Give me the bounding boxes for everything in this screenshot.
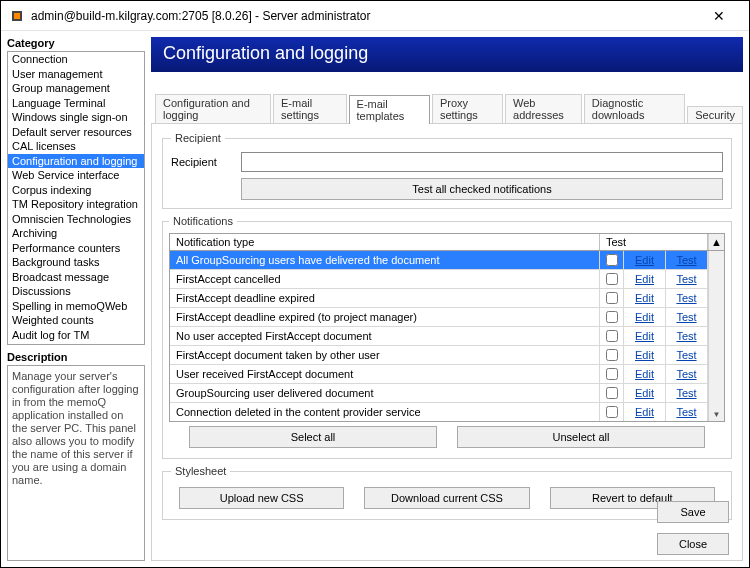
test-link[interactable]: Test bbox=[676, 311, 696, 323]
tab[interactable]: E-mail templates bbox=[349, 95, 430, 124]
notification-checkbox[interactable] bbox=[606, 368, 618, 380]
notification-row[interactable]: No user accepted FirstAccept documentEdi… bbox=[170, 327, 708, 346]
category-item[interactable]: Corpus indexing bbox=[8, 183, 144, 198]
tab[interactable]: Web addresses bbox=[505, 94, 582, 123]
notification-edit-cell[interactable]: Edit bbox=[624, 384, 666, 402]
download-css-button[interactable]: Download current CSS bbox=[364, 487, 529, 509]
notification-edit-cell[interactable]: Edit bbox=[624, 289, 666, 307]
notification-checkbox[interactable] bbox=[606, 387, 618, 399]
select-all-button[interactable]: Select all bbox=[189, 426, 437, 448]
close-button[interactable]: Close bbox=[657, 533, 729, 555]
notification-checkbox-cell[interactable] bbox=[600, 403, 624, 421]
test-link[interactable]: Test bbox=[676, 273, 696, 285]
notification-test-cell[interactable]: Test bbox=[666, 403, 708, 421]
notification-checkbox[interactable] bbox=[606, 311, 618, 323]
notification-checkbox-cell[interactable] bbox=[600, 346, 624, 364]
notification-row[interactable]: GroupSourcing user delivered documentEdi… bbox=[170, 384, 708, 403]
notification-checkbox[interactable] bbox=[606, 292, 618, 304]
edit-link[interactable]: Edit bbox=[635, 330, 654, 342]
tab[interactable]: Proxy settings bbox=[432, 94, 503, 123]
notification-checkbox-cell[interactable] bbox=[600, 289, 624, 307]
category-item[interactable]: Language Terminal bbox=[8, 96, 144, 111]
category-item[interactable]: Weighted counts bbox=[8, 313, 144, 328]
notification-test-cell[interactable]: Test bbox=[666, 251, 708, 269]
edit-link[interactable]: Edit bbox=[635, 368, 654, 380]
notification-row[interactable]: FirstAccept deadline expiredEditTest bbox=[170, 289, 708, 308]
notification-checkbox[interactable] bbox=[606, 254, 618, 266]
notification-checkbox-cell[interactable] bbox=[600, 308, 624, 326]
notification-checkbox[interactable] bbox=[606, 273, 618, 285]
notification-row[interactable]: Connection deleted in the content provid… bbox=[170, 403, 708, 421]
upload-css-button[interactable]: Upload new CSS bbox=[179, 487, 344, 509]
category-item[interactable]: Broadcast message bbox=[8, 270, 144, 285]
notification-test-cell[interactable]: Test bbox=[666, 270, 708, 288]
tab[interactable]: Diagnostic downloads bbox=[584, 94, 685, 123]
scroll-up-icon[interactable]: ▲ bbox=[708, 234, 724, 250]
test-link[interactable]: Test bbox=[676, 254, 696, 266]
notification-checkbox[interactable] bbox=[606, 330, 618, 342]
test-link[interactable]: Test bbox=[676, 387, 696, 399]
notification-test-cell[interactable]: Test bbox=[666, 289, 708, 307]
notifications-scrollbar[interactable]: ▼ bbox=[708, 251, 724, 421]
notification-edit-cell[interactable]: Edit bbox=[624, 346, 666, 364]
scroll-down-icon[interactable]: ▼ bbox=[713, 410, 721, 419]
notification-row[interactable]: FirstAccept cancelledEditTest bbox=[170, 270, 708, 289]
category-item[interactable]: Audit log for TM bbox=[8, 328, 144, 343]
notification-edit-cell[interactable]: Edit bbox=[624, 308, 666, 326]
notification-test-cell[interactable]: Test bbox=[666, 327, 708, 345]
notification-test-cell[interactable]: Test bbox=[666, 308, 708, 326]
category-item[interactable]: Omniscien Technologies bbox=[8, 212, 144, 227]
notification-edit-cell[interactable]: Edit bbox=[624, 251, 666, 269]
category-item[interactable]: Group management bbox=[8, 81, 144, 96]
category-item[interactable]: Default server resources bbox=[8, 125, 144, 140]
category-item[interactable]: Spelling in memoQWeb bbox=[8, 299, 144, 314]
notification-edit-cell[interactable]: Edit bbox=[624, 403, 666, 421]
notification-checkbox-cell[interactable] bbox=[600, 365, 624, 383]
notification-test-cell[interactable]: Test bbox=[666, 346, 708, 364]
edit-link[interactable]: Edit bbox=[635, 292, 654, 304]
notification-checkbox-cell[interactable] bbox=[600, 251, 624, 269]
test-all-button[interactable]: Test all checked notifications bbox=[241, 178, 723, 200]
category-item[interactable]: User management bbox=[8, 67, 144, 82]
category-item[interactable]: Web Service interface bbox=[8, 168, 144, 183]
notification-edit-cell[interactable]: Edit bbox=[624, 365, 666, 383]
window-close-button[interactable]: ✕ bbox=[696, 1, 741, 30]
notification-test-cell[interactable]: Test bbox=[666, 384, 708, 402]
test-link[interactable]: Test bbox=[676, 406, 696, 418]
recipient-input[interactable] bbox=[241, 152, 723, 172]
category-item[interactable]: TM Repository integration bbox=[8, 197, 144, 212]
notification-row[interactable]: User received FirstAccept documentEditTe… bbox=[170, 365, 708, 384]
notification-checkbox[interactable] bbox=[606, 349, 618, 361]
test-link[interactable]: Test bbox=[676, 292, 696, 304]
category-item[interactable]: Discussions bbox=[8, 284, 144, 299]
notification-edit-cell[interactable]: Edit bbox=[624, 270, 666, 288]
edit-link[interactable]: Edit bbox=[635, 349, 654, 361]
edit-link[interactable]: Edit bbox=[635, 387, 654, 399]
notification-checkbox-cell[interactable] bbox=[600, 384, 624, 402]
tab[interactable]: Security bbox=[687, 106, 743, 123]
notification-test-cell[interactable]: Test bbox=[666, 365, 708, 383]
save-button[interactable]: Save bbox=[657, 501, 729, 523]
category-item[interactable]: CAL licenses bbox=[8, 139, 144, 154]
notification-edit-cell[interactable]: Edit bbox=[624, 327, 666, 345]
edit-link[interactable]: Edit bbox=[635, 273, 654, 285]
edit-link[interactable]: Edit bbox=[635, 406, 654, 418]
notification-checkbox[interactable] bbox=[606, 406, 618, 418]
notifications-table[interactable]: All GroupSourcing users have delivered t… bbox=[170, 251, 708, 421]
category-item[interactable]: Connection bbox=[8, 52, 144, 67]
category-item[interactable]: Configuration and logging bbox=[8, 154, 144, 169]
edit-link[interactable]: Edit bbox=[635, 254, 654, 266]
test-link[interactable]: Test bbox=[676, 368, 696, 380]
tab[interactable]: Configuration and logging bbox=[155, 94, 271, 123]
category-item[interactable]: Windows single sign-on bbox=[8, 110, 144, 125]
edit-link[interactable]: Edit bbox=[635, 311, 654, 323]
notification-checkbox-cell[interactable] bbox=[600, 270, 624, 288]
notification-row[interactable]: FirstAccept deadline expired (to project… bbox=[170, 308, 708, 327]
category-list[interactable]: ConnectionUser managementGroup managemen… bbox=[7, 51, 145, 345]
test-link[interactable]: Test bbox=[676, 330, 696, 342]
tab[interactable]: E-mail settings bbox=[273, 94, 347, 123]
category-item[interactable]: Customer portal bbox=[8, 342, 144, 345]
notification-checkbox-cell[interactable] bbox=[600, 327, 624, 345]
category-item[interactable]: Performance counters bbox=[8, 241, 144, 256]
test-link[interactable]: Test bbox=[676, 349, 696, 361]
